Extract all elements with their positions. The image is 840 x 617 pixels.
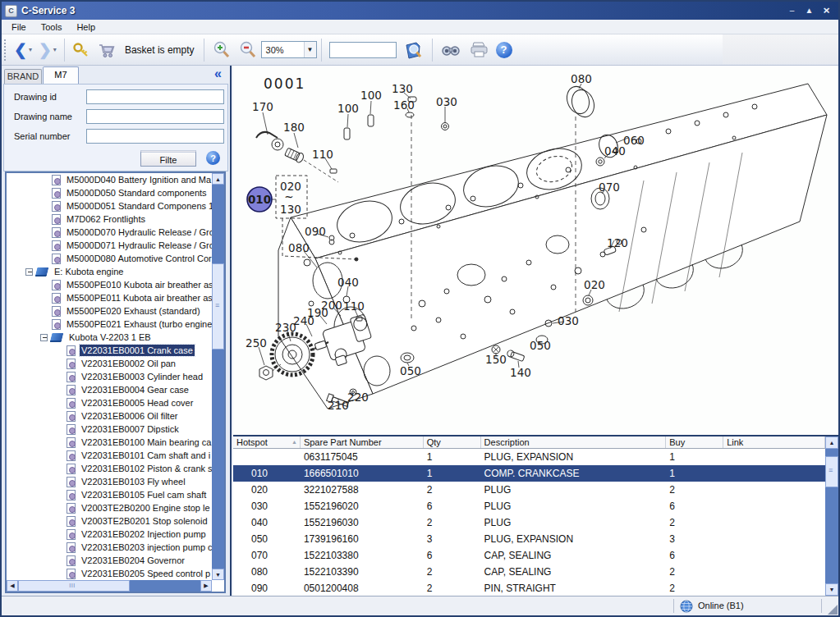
tab-brand[interactable]: BRAND: [4, 69, 42, 84]
filter-button[interactable]: Filte: [140, 150, 196, 167]
forward-button[interactable]: ❯▾: [35, 38, 60, 62]
tree-item[interactable]: V22031EB0204 Governor: [7, 554, 212, 567]
callout-170[interactable]: 170: [252, 100, 273, 113]
scroll-up-icon[interactable]: ▲: [212, 173, 224, 185]
search-button[interactable]: [400, 38, 428, 62]
zoom-level-combo[interactable]: 30% ▼: [261, 41, 317, 58]
tree-vertical-scrollbar[interactable]: ▲ ▼: [212, 173, 224, 580]
search-input[interactable]: [329, 42, 397, 58]
tree-item[interactable]: V2003TE2B0201 Stop solenoid: [7, 514, 212, 528]
tree-item[interactable]: M5000D040 Battery Ignition and Ma: [7, 173, 212, 186]
tree-item[interactable]: M5000D051 Standard Componens 1: [7, 199, 212, 213]
tree-item[interactable]: V22031EB0103 Fly wheel: [7, 475, 212, 488]
tree-item[interactable]: M5000D070 Hydraulic Release / Gro: [7, 226, 212, 239]
scroll-left-icon[interactable]: ◀: [7, 580, 18, 592]
column-header-spare-part-number[interactable]: Spare Part Number: [301, 436, 424, 448]
tree-item[interactable]: V22031EB0005 Head cover: [7, 396, 212, 409]
tree-item[interactable]: V22031EB0102 Piston & crank s: [7, 462, 212, 475]
callout-100[interactable]: 100: [337, 102, 359, 115]
callout-050[interactable]: 050: [400, 364, 421, 377]
callout-040[interactable]: 040: [337, 276, 359, 289]
tree-item[interactable]: V22031EB0101 Cam shaft and i: [7, 449, 212, 462]
drawing-name-field[interactable]: [86, 109, 224, 124]
callout-120[interactable]: 120: [607, 236, 628, 249]
key-button[interactable]: [69, 38, 94, 62]
table-row[interactable]: 02032210275882PLUG2: [233, 482, 825, 498]
callout-160[interactable]: 160: [393, 98, 415, 112]
callout-060[interactable]: 060: [623, 134, 645, 147]
table-row[interactable]: 03015521960206PLUG6: [233, 498, 825, 514]
table-row[interactable]: 09005012004082PIN, STRAIGHT2: [233, 580, 825, 596]
tab-m7[interactable]: M7: [43, 66, 79, 84]
callout-210[interactable]: 210: [328, 399, 349, 412]
tree-item[interactable]: V22031EB0003 Cylinder head: [7, 370, 212, 383]
print-button[interactable]: [465, 38, 493, 62]
tree-item[interactable]: V22031EB0007 Dipstick: [7, 423, 212, 436]
callout-140[interactable]: 140: [510, 366, 531, 379]
tree-item[interactable]: E: Kubota engine: [7, 265, 212, 278]
table-row[interactable]: 05017391961603PLUG, EXPANSION3: [233, 531, 825, 547]
scroll-down-icon[interactable]: ▼: [825, 583, 838, 596]
double-chevron-left-icon[interactable]: «: [214, 67, 222, 80]
callout-080[interactable]: 080: [571, 72, 592, 85]
scrollbar-thumb[interactable]: [18, 580, 130, 592]
tree-item[interactable]: V22031EB0205 Speed control p: [7, 567, 212, 580]
chevron-down-icon[interactable]: ▼: [304, 42, 316, 57]
callout-110[interactable]: 110: [312, 148, 333, 161]
help-button[interactable]: ?: [493, 38, 516, 62]
callout-110[interactable]: 110: [343, 299, 365, 313]
callout-050[interactable]: 050: [530, 339, 551, 352]
tree-item[interactable]: M7D062 Frontlights: [7, 213, 212, 226]
scroll-right-icon[interactable]: ▶: [200, 580, 212, 592]
callout-150[interactable]: 150: [485, 353, 507, 366]
table-row[interactable]: 01016665010101COMP. CRANKCASE1: [233, 465, 825, 482]
tree-item[interactable]: V2003TE2B0200 Engine stop le: [7, 501, 212, 514]
back-button[interactable]: ❮▾: [11, 38, 35, 62]
toolbar-grip[interactable]: [4, 39, 8, 61]
tree-item[interactable]: M5500PE010 Kubota air breather as: [7, 278, 212, 291]
callout-070[interactable]: 070: [599, 181, 620, 194]
callout-230[interactable]: 230: [275, 321, 296, 334]
tree-item[interactable]: M5000D080 Automotive Control Cor: [7, 252, 212, 265]
tree-item[interactable]: V22031EB0002 Oil pan: [7, 357, 212, 370]
tree-item[interactable]: V22031EB0006 Oil filter: [7, 409, 212, 423]
hotspot-010[interactable]: 010: [247, 187, 272, 212]
table-vertical-scrollbar[interactable]: ▲ ▼: [825, 436, 838, 596]
menu-file[interactable]: File: [5, 21, 33, 34]
tree-item[interactable]: V22031EB0202 Injection pump: [7, 528, 212, 541]
tree-item[interactable]: Kubota V-2203 1 EB: [7, 331, 212, 344]
tree-item[interactable]: M5500PE021 Exhaust (turbo engine: [7, 318, 212, 331]
callout-250[interactable]: 250: [246, 336, 267, 350]
find-button[interactable]: [437, 38, 465, 62]
scroll-down-icon[interactable]: ▼: [212, 569, 224, 580]
tree-item[interactable]: M5000D050 Standard components: [7, 186, 212, 199]
table-row[interactable]: 07015221033806CAP, SEALING6: [233, 547, 825, 564]
minimize-button[interactable]: –: [787, 6, 797, 16]
callout-130[interactable]: 130: [392, 82, 413, 95]
callout-030[interactable]: 030: [558, 314, 579, 327]
tree-item[interactable]: V22031EB0004 Gear case: [7, 383, 212, 396]
menu-tools[interactable]: Tools: [34, 21, 69, 34]
tree-horizontal-scrollbar[interactable]: ◀ ▶: [7, 580, 212, 592]
scrollbar-thumb[interactable]: [212, 263, 224, 350]
scrollbar-thumb[interactable]: [825, 456, 838, 487]
callout-130[interactable]: 130: [280, 203, 301, 216]
table-row[interactable]: 08015221033902CAP, SEALING2: [233, 564, 825, 580]
tree-item[interactable]: V22031EB0001 Crank case: [7, 344, 212, 357]
tree-item[interactable]: M5500PE011 Kubota air breather as: [7, 291, 212, 304]
tree-item[interactable]: V22031EB0100 Main bearing ca: [7, 436, 212, 449]
callout-080[interactable]: 080: [288, 241, 310, 254]
zoom-in-button[interactable]: [209, 38, 235, 62]
column-header-description[interactable]: Description: [481, 436, 667, 448]
menu-help[interactable]: Help: [70, 21, 102, 34]
collapse-minus-icon[interactable]: [25, 268, 33, 276]
maximize-button[interactable]: ▲: [804, 6, 815, 16]
callout-030[interactable]: 030: [436, 95, 457, 108]
callout-180[interactable]: 180: [283, 121, 305, 134]
drawing-id-field[interactable]: [86, 89, 224, 104]
callout-100[interactable]: 100: [360, 89, 382, 102]
tree-item[interactable]: M5500PE020 Exhaust (standard): [7, 304, 212, 318]
tree-item[interactable]: M5000D071 Hydraulic Release / Gro: [7, 239, 212, 252]
collapse-minus-icon[interactable]: [40, 334, 48, 341]
callout-240[interactable]: 240: [293, 314, 314, 327]
